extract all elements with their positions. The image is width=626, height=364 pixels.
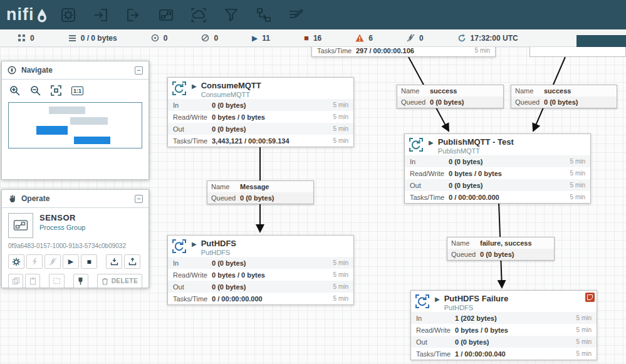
processor-type-icon [409, 137, 424, 152]
nifi-logo-text: nifi [6, 6, 34, 23]
process-group-icon[interactable] [154, 3, 179, 28]
gear-icon [12, 257, 21, 266]
zoom-in-icon[interactable] [9, 85, 20, 96]
process-group-icon [8, 213, 33, 238]
header-toolbar: nifi [0, 0, 626, 29]
collapse-navigate-icon[interactable]: − [135, 66, 143, 75]
disabled-icon [407, 34, 415, 42]
actual-size-icon[interactable]: 1:1 [71, 86, 83, 95]
compass-icon [8, 66, 16, 75]
stat-row-out: Out0 (0 bytes)5 min [405, 179, 590, 191]
stat-row-tasks: Tasks/Time1 / 00:00:00.0405 min [411, 348, 597, 360]
zoom-out-icon[interactable] [30, 85, 41, 96]
nifi-logo: nifi [6, 6, 47, 23]
upload-template-button[interactable] [124, 254, 140, 269]
stat-row-readwrite: Read/Write0 bytes / 0 bytes5 min [168, 269, 353, 281]
remote-process-group-icon[interactable] [186, 3, 211, 28]
component-toolbar [56, 3, 309, 28]
input-port-icon[interactable] [88, 3, 113, 28]
stat-row-readwrite: Read/Write0 bytes / 0 bytes5 min [168, 111, 353, 123]
connection-label-success-1[interactable]: Namesuccess Queued0 (0 bytes) [397, 85, 504, 108]
stat-row-out: Out0 (0 bytes)5 min [411, 336, 597, 348]
transmitting-count: 0 [164, 34, 168, 43]
template-icon[interactable] [251, 3, 276, 28]
refresh-icon[interactable] [457, 34, 466, 43]
stat-row-out: Out0 (0 bytes)5 min [168, 281, 353, 293]
connection-label-failure-success[interactable]: Namefailure, success Queued0 (0 bytes) [447, 237, 555, 261]
lightning-icon [31, 257, 39, 266]
stat-row-tasks: Tasks/Time3,443,121 / 00:00:59.1345 min [168, 135, 353, 147]
stop-icon: ■ [86, 258, 91, 266]
stat-row-tasks: Tasks/Time0 / 00:00:00.0005 min [405, 191, 590, 203]
stat-row-in: In0 (0 bytes)5 min [168, 99, 353, 111]
running-icon: ▶ [252, 34, 258, 42]
partial-overlay-fragment [576, 35, 626, 47]
stat-row: Tasks/Time 297 / 00:00:00.106 5 min [312, 47, 495, 56]
connection-label-success-2[interactable]: Namesuccess Queued0 (0 bytes) [511, 85, 617, 108]
disabled-count: 0 [419, 34, 424, 43]
navigate-panel: Navigate − 1:1 [1, 61, 149, 180]
processor-type-icon [172, 81, 187, 96]
minimap-component-rect [49, 107, 85, 114]
invalid-status: 6 [355, 34, 373, 43]
birdseye-minimap[interactable] [8, 102, 142, 148]
running-state-icon: ▶ [192, 83, 197, 90]
bulletin-indicator[interactable] [585, 293, 595, 302]
queued-status: 0 / 0 bytes [68, 34, 117, 43]
minimap-component-rect [36, 126, 68, 135]
copy-button[interactable] [8, 274, 23, 288]
processor-header: ▶ PutHDFS PutHDFS [168, 236, 353, 257]
processor-type-icon [415, 294, 430, 309]
processor-type-label: PublishMQTT [438, 147, 514, 155]
enable-button[interactable] [26, 254, 43, 269]
nifi-logo-drop-icon [37, 9, 47, 23]
stopped-icon: ■ [304, 34, 309, 42]
start-button[interactable]: ▶ [63, 254, 79, 269]
processor-name: ConsumeMQTT [201, 81, 261, 90]
transmitting-icon [151, 34, 159, 42]
disable-button[interactable] [44, 254, 61, 269]
navigate-panel-title: Navigate [21, 66, 53, 75]
delete-button-label: DELETE [112, 278, 138, 284]
delete-button[interactable]: DELETE [97, 274, 142, 288]
disabled-status: 0 [407, 34, 424, 43]
create-template-button[interactable] [106, 254, 122, 269]
operate-panel-body: SENSOR Process Group 0f9a6483-0157-1000-… [2, 208, 149, 294]
navigate-tools: 1:1 [2, 80, 149, 98]
stat-row-tasks: Tasks/Time0 / 00:00:00.0005 min [168, 293, 353, 304]
running-state-icon: ▶ [429, 140, 434, 146]
funnel-icon[interactable] [219, 3, 244, 28]
minimap-component-rect [74, 137, 110, 144]
play-icon: ▶ [68, 258, 73, 265]
partial-processor-fragment [529, 47, 626, 57]
operate-panel-title: Operate [21, 194, 50, 203]
processor-puthdfs-failure[interactable]: ▶ PutHDFS Failure PutHDFS In1 (202 bytes… [410, 290, 597, 360]
flow-canvas[interactable]: Tasks/Time 297 / 00:00:00.106 5 min Name… [0, 47, 626, 364]
fill-color-button[interactable] [73, 274, 88, 288]
brush-icon [76, 277, 85, 285]
partial-processor[interactable]: Tasks/Time 297 / 00:00:00.106 5 min [311, 47, 496, 57]
collapse-operate-icon[interactable]: − [135, 195, 143, 203]
processor-name: PutHDFS Failure [444, 294, 509, 303]
paste-button[interactable] [25, 274, 40, 288]
stop-button[interactable]: ■ [81, 254, 97, 269]
group-button[interactable] [49, 274, 64, 288]
processor-consumemqtt[interactable]: ▶ ConsumeMQTT ConsumeMQTT In0 (0 bytes)5… [167, 77, 354, 147]
status-bar: 0 0 / 0 bytes 0 0 ▶ 11 ■ 16 6 0 17:32:00… [0, 29, 626, 47]
processor-puthdfs[interactable]: ▶ PutHDFS PutHDFS In0 (0 bytes)5 min Rea… [167, 235, 354, 305]
processor-publishmqtt-test[interactable]: ▶ PublishMQTT - Test PublishMQTT In0 (0 … [404, 133, 591, 204]
invalid-warning-icon [355, 34, 364, 42]
connection-label-message[interactable]: NameMessage Queued0 (0 bytes) [207, 180, 314, 204]
output-port-icon[interactable] [121, 3, 146, 28]
processor-type-label: PutHDFS [444, 304, 509, 311]
processor-icon[interactable] [56, 3, 81, 28]
zoom-fit-icon[interactable] [51, 85, 61, 96]
configure-button[interactable] [8, 254, 24, 269]
stat-row-in: In0 (0 bytes)5 min [168, 257, 353, 269]
active-threads-icon [18, 34, 26, 42]
active-threads-status: 0 [18, 34, 34, 43]
label-icon[interactable] [284, 3, 309, 28]
processor-name: PublishMQTT - Test [438, 137, 514, 147]
trash-icon [102, 278, 108, 285]
group-icon [53, 277, 61, 285]
